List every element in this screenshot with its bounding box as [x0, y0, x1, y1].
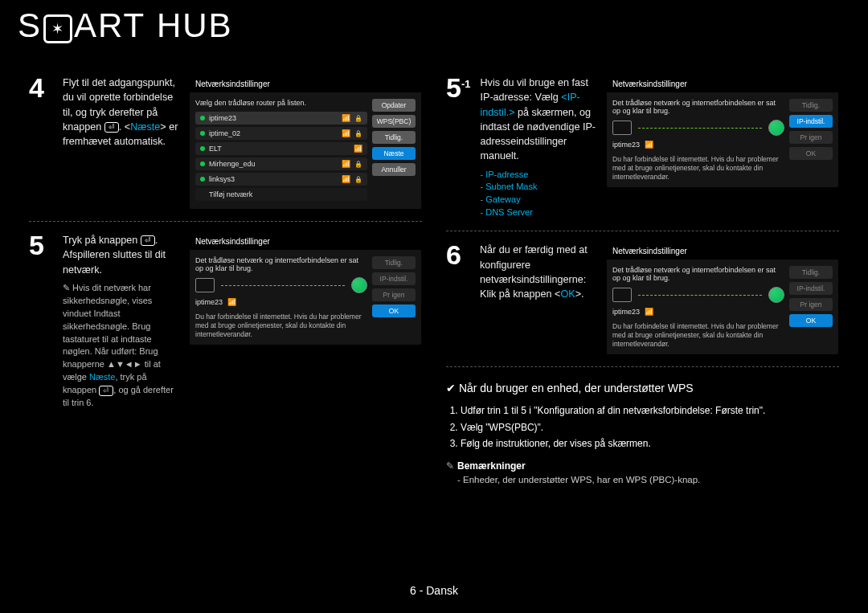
- wps-steps: Udfør trin 1 til 5 i "Konfiguration af d…: [461, 403, 839, 452]
- radio-icon: [200, 146, 205, 151]
- screenshot-step5: Netværksindstillinger Det trådløse netvæ…: [189, 233, 422, 345]
- status-message: Du har forbindelse til internettet. Hvis…: [612, 155, 784, 182]
- connection-status: [195, 277, 367, 293]
- wifi-icon: 📶: [342, 175, 350, 183]
- tv-title: Netværksindstillinger: [189, 76, 422, 92]
- step-4-number: 4: [29, 76, 53, 100]
- connection-status: [612, 287, 784, 303]
- router-item[interactable]: iptime_02📶🔒: [195, 127, 367, 140]
- prev-button[interactable]: Tidlig.: [789, 99, 833, 112]
- step-5-1-text: Hvis du vil bruge en fast IP-adresse: Væ…: [480, 76, 596, 219]
- subnet-label: Subnet Mask: [485, 182, 537, 191]
- prev-button[interactable]: Tidlig.: [372, 131, 416, 144]
- wps-button[interactable]: WPS(PBC): [372, 115, 416, 128]
- screenshot-step4: Netværksindstillinger Vælg den trådløse …: [189, 76, 422, 210]
- radio-icon: [200, 116, 205, 121]
- page-title: S✶ART HUB: [18, 6, 233, 47]
- brand-art: ART: [74, 6, 145, 44]
- device-icon: [612, 121, 632, 135]
- link-icon: [638, 295, 762, 296]
- tv-caption: Vælg den trådløse router på listen.: [195, 99, 367, 107]
- keyword-next: Næste: [130, 121, 160, 133]
- gateway-label: Gateway: [485, 194, 520, 204]
- tv-caption: Det trådløse netværk og internetforbinde…: [612, 266, 784, 282]
- tv-title: Netværksindstillinger: [189, 233, 422, 250]
- enter-icon: ⏎: [141, 235, 155, 246]
- radio-icon: [200, 131, 205, 136]
- status-message: Du har forbindelse til internettet. Hvis…: [612, 322, 784, 349]
- ok-button[interactable]: OK: [789, 314, 833, 327]
- lock-icon: 🔒: [354, 176, 362, 183]
- ok-button[interactable]: OK: [789, 147, 833, 160]
- screenshot-step6: Netværksindstillinger Det trådløse netvæ…: [606, 243, 839, 355]
- connection-status: [612, 120, 784, 136]
- add-network[interactable]: Tilføj netværk: [195, 188, 367, 201]
- prev-button[interactable]: Tidlig.: [789, 266, 833, 279]
- brand-s: S: [18, 6, 42, 44]
- globe-icon: [768, 287, 784, 303]
- step4-post1: .: [119, 121, 125, 133]
- step-5-1: 5-1 Hvis du vil bruge en fast IP-adresse…: [446, 64, 839, 231]
- ip-settings-button[interactable]: IP-indstil.: [789, 282, 833, 295]
- retry-button[interactable]: Pr igen: [789, 298, 833, 311]
- step-5-1-number: 5-1: [446, 76, 470, 100]
- ip-field-list: IP-adresse Subnet Mask Gateway DNS Serve…: [480, 169, 596, 220]
- device-icon: [195, 278, 215, 292]
- wifi-icon: 📶: [645, 308, 653, 316]
- router-item[interactable]: ELT📶: [195, 142, 367, 155]
- tv-title: Netværksindstillinger: [606, 76, 839, 92]
- link-icon: [221, 285, 345, 286]
- cancel-button[interactable]: Annuller: [372, 163, 416, 176]
- lock-icon: 🔒: [354, 130, 362, 137]
- network-name: iptime23: [612, 141, 640, 149]
- step-6-text: Når du er færdig med at konfigurere netv…: [480, 243, 596, 301]
- notes-body: - Enheder, der understøtter WPS, har en …: [457, 475, 839, 484]
- router-item[interactable]: iptime23📶🔒: [195, 112, 367, 125]
- step-5-number: 5: [29, 233, 53, 258]
- network-name: iptime23: [612, 308, 640, 316]
- globe-icon: [351, 277, 367, 293]
- ip-settings-button[interactable]: IP-indstil.: [789, 115, 833, 128]
- router-item[interactable]: Mirhenge_edu📶🔒: [195, 157, 367, 170]
- brand-logo-icon: ✶: [43, 14, 72, 43]
- device-icon: [612, 288, 632, 302]
- tv-title: Netværksindstillinger: [606, 243, 839, 260]
- notes: ✎Bemærkninger - Enheder, der understøtte…: [446, 460, 839, 484]
- step-4-text: Flyt til det adgangspunkt, du vil oprett…: [63, 76, 179, 149]
- retry-button[interactable]: Pr igen: [789, 131, 833, 144]
- wps-step-3: Følg de instruktioner, der vises på skær…: [461, 435, 839, 452]
- globe-icon: [768, 120, 784, 136]
- radio-icon: [200, 177, 205, 182]
- lock-icon: 🔒: [354, 161, 362, 168]
- dns-label: DNS Server: [485, 207, 533, 217]
- wps-heading: ✔ Når du bruger en enhed, der understøtt…: [446, 382, 839, 394]
- notes-label: Bemærkninger: [457, 460, 526, 472]
- router-item[interactable]: linksys3📶🔒: [195, 173, 367, 186]
- router-list: iptime23📶🔒 iptime_02📶🔒 ELT📶 Mirhenge_edu…: [195, 112, 367, 201]
- step-5-text: Tryk på knappen ⏎. Afspilleren sluttes t…: [63, 233, 179, 410]
- screenshot-step5-1: Netværksindstillinger Det trådløse netvæ…: [606, 76, 839, 188]
- network-name: iptime23: [195, 298, 223, 306]
- wifi-icon: 📶: [354, 145, 362, 153]
- step-4: 4 Flyt til det adgangspunkt, du vil opre…: [29, 64, 422, 222]
- prev-button[interactable]: Tidlig.: [372, 256, 416, 269]
- wps-section: ✔ Når du bruger en enhed, der understøtt…: [446, 382, 839, 484]
- page-footer: 6 - Dansk: [0, 584, 868, 597]
- link-icon: [638, 128, 762, 129]
- tv-caption: Det trådløse netværk og internetforbinde…: [195, 256, 367, 272]
- next-button[interactable]: Næste: [372, 147, 416, 160]
- ok-button[interactable]: OK: [372, 304, 416, 317]
- ip-settings-button[interactable]: IP-indstil.: [372, 272, 416, 285]
- tv-caption: Det trådløse netværk og internetforbinde…: [612, 99, 784, 115]
- step-5: 5 Tryk på knappen ⏎. Afspilleren sluttes…: [29, 222, 422, 421]
- wifi-icon: 📶: [645, 141, 653, 149]
- keyword-ok: OK: [560, 288, 575, 300]
- wifi-icon: 📶: [227, 298, 236, 306]
- ip-address-label: IP-adresse: [485, 170, 528, 179]
- brand-hub: HUB: [157, 6, 233, 44]
- retry-button[interactable]: Pr igen: [372, 288, 416, 301]
- lock-icon: 🔒: [354, 115, 362, 122]
- update-button[interactable]: Opdater: [372, 99, 416, 112]
- wps-step-2: Vælg "WPS(PBC)".: [461, 419, 839, 435]
- status-message: Du har forbindelse til internettet. Hvis…: [195, 313, 367, 339]
